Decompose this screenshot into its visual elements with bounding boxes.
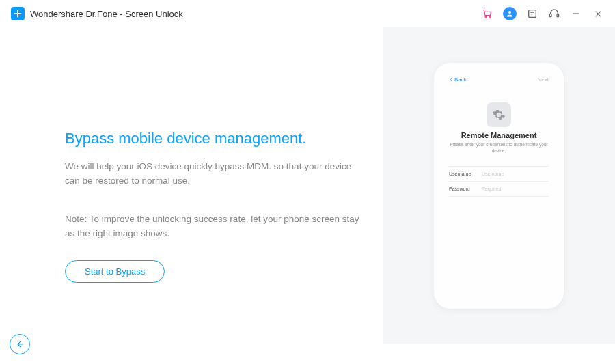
- password-field: Password Required: [449, 181, 549, 197]
- page-description: We will help your iOS device quickly byp…: [65, 160, 362, 188]
- content: Bypass mobile device management. We will…: [0, 27, 615, 344]
- titlebar: Wondershare Dr.Fone - Screen Unlock: [0, 0, 615, 27]
- cart-icon[interactable]: [481, 8, 493, 20]
- svg-rect-4: [549, 14, 551, 17]
- username-label: Username: [449, 171, 482, 176]
- password-placeholder: Required: [482, 186, 501, 191]
- start-bypass-button[interactable]: Start to Bypass: [65, 260, 165, 283]
- account-icon[interactable]: [503, 7, 517, 20]
- phone-next-label: Next: [538, 76, 549, 83]
- phone-screen: Back Next Remote Management Please enter…: [441, 70, 557, 302]
- password-label: Password: [449, 186, 482, 191]
- svg-point-1: [489, 16, 491, 18]
- chevron-left-icon: [449, 76, 453, 83]
- svg-point-0: [485, 16, 487, 18]
- app-logo-icon: [11, 7, 25, 20]
- page-heading: Bypass mobile device management.: [65, 130, 362, 148]
- phone-fields: Username Username Password Required: [449, 166, 549, 197]
- phone-mockup: Back Next Remote Management Please enter…: [434, 63, 564, 309]
- phone-back-label: Back: [454, 76, 467, 83]
- left-pane: Bypass mobile device management. We will…: [0, 27, 383, 344]
- right-pane: Back Next Remote Management Please enter…: [383, 27, 615, 344]
- feedback-icon[interactable]: [526, 8, 538, 20]
- svg-point-2: [508, 11, 511, 14]
- username-placeholder: Username: [482, 171, 504, 176]
- phone-screen-title: Remote Management: [449, 131, 549, 141]
- gear-icon: [487, 102, 511, 127]
- svg-rect-5: [557, 14, 559, 17]
- support-icon[interactable]: [548, 8, 560, 20]
- close-icon[interactable]: [592, 8, 604, 20]
- page-note: Note: To improve the unlocking success r…: [65, 212, 362, 241]
- titlebar-left: Wondershare Dr.Fone - Screen Unlock: [11, 7, 183, 20]
- titlebar-right: [481, 7, 604, 20]
- username-field: Username Username: [449, 166, 549, 181]
- back-button[interactable]: [10, 334, 30, 354]
- phone-screen-subtitle: Please enter your credentials to authent…: [449, 142, 549, 154]
- minimize-icon[interactable]: [570, 8, 582, 20]
- phone-nav: Back Next: [449, 75, 549, 90]
- app-title: Wondershare Dr.Fone - Screen Unlock: [30, 9, 183, 19]
